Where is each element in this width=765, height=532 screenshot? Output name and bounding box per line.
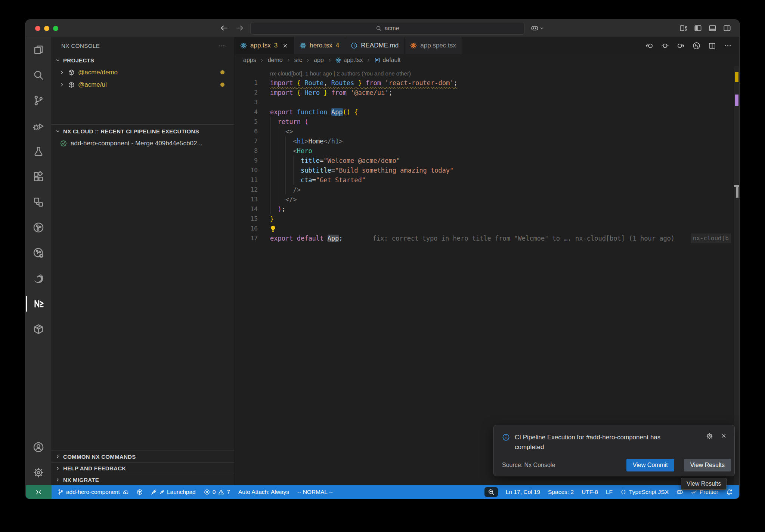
- indent-guide: [293, 156, 294, 185]
- project-item[interactable]: @acme/ui: [51, 78, 234, 91]
- notification-settings-icon[interactable]: [706, 433, 713, 452]
- sidebar-section-help-and-feedback[interactable]: HELP AND FEEDBACK: [51, 462, 234, 474]
- settings-gear-icon[interactable]: [26, 460, 51, 485]
- breadcrumb-item-app[interactable]: app: [314, 57, 324, 64]
- code-line-6[interactable]: 6 <>: [235, 127, 739, 136]
- code-line-8[interactable]: 8 <Hero: [235, 146, 739, 156]
- lightbulb-icon[interactable]: [269, 225, 277, 232]
- vim-mode-status[interactable]: -- NORMAL --: [297, 489, 333, 495]
- breadcrumb-item-demo[interactable]: demo: [268, 57, 283, 64]
- open-change-icon[interactable]: [661, 42, 669, 50]
- testing-icon[interactable]: [26, 139, 51, 164]
- language-mode-status[interactable]: TypeScript JSX: [620, 489, 669, 495]
- run-debug-icon[interactable]: [26, 113, 51, 139]
- nx-console-icon[interactable]: [26, 291, 51, 316]
- toggle-secondary-sidebar-icon[interactable]: [723, 24, 731, 32]
- line-number: 7: [235, 136, 270, 146]
- code-line-3[interactable]: 3: [235, 98, 739, 107]
- breadcrumb-item-src[interactable]: src: [294, 57, 302, 64]
- code-line-13[interactable]: 13 </>: [235, 195, 739, 204]
- sidebar-section-common-nx-commands[interactable]: COMMON NX COMMANDS: [51, 451, 234, 462]
- pipeline-list: add-hero-component - Merge 409b44e5cb02.…: [51, 137, 234, 149]
- code-line-9[interactable]: 9 title="Welcome @acme/demo": [235, 156, 739, 166]
- code-editor[interactable]: nx-cloud[bot], 1 hour ago | 2 authors (Y…: [235, 66, 739, 485]
- breadcrumb-separator: [366, 58, 371, 63]
- code-line-15[interactable]: 15}: [235, 214, 739, 224]
- command-center-search[interactable]: acme: [250, 22, 525, 35]
- branch-status[interactable]: add-hero-component: [58, 489, 128, 495]
- overview-ruler: [734, 66, 739, 485]
- gitlens-icon[interactable]: [26, 240, 51, 266]
- code-line-10[interactable]: 10 subtitle="Build something amazing tod…: [235, 166, 739, 175]
- warning-icon: [218, 489, 224, 495]
- breadcrumb-item-apps[interactable]: apps: [243, 57, 256, 64]
- projects-section-header[interactable]: PROJECTS: [51, 55, 234, 66]
- pipeline-item[interactable]: add-hero-component - Merge 409b44e5cb02.…: [51, 137, 234, 149]
- search-icon[interactable]: [26, 62, 51, 88]
- copilot-menu[interactable]: [531, 24, 544, 32]
- indentation-status[interactable]: Spaces: 2: [548, 489, 574, 495]
- commit-graph-icon[interactable]: [26, 215, 51, 240]
- line-number: 4: [235, 107, 270, 117]
- zoom-indicator[interactable]: [484, 487, 498, 497]
- project-label: @acme/ui: [78, 81, 107, 89]
- code-line-11[interactable]: 11 cta="Get Started": [235, 175, 739, 185]
- code-line-14[interactable]: 14 );: [235, 204, 739, 214]
- notification-message: CI Pipeline Execution for #add-hero-comp…: [515, 433, 684, 452]
- split-editor-icon[interactable]: [708, 42, 716, 50]
- code-line-5[interactable]: 5 return (: [235, 117, 739, 127]
- code-line-4[interactable]: 4export function App() {: [235, 107, 739, 117]
- nx-cloud-section-header[interactable]: NX CLOUD :: RECENT CI PIPELINE EXECUTION…: [51, 126, 234, 137]
- project-item[interactable]: @acme/demo: [51, 66, 234, 78]
- explorer-icon[interactable]: [26, 37, 51, 62]
- customize-layout-icon[interactable]: [679, 24, 687, 32]
- history-back-icon[interactable]: [220, 24, 228, 32]
- zoom-window-icon[interactable]: [53, 26, 58, 31]
- view-commit-button[interactable]: View Commit: [626, 459, 674, 471]
- minimize-window-icon[interactable]: [44, 26, 49, 31]
- view-results-button[interactable]: View Results: [684, 459, 731, 471]
- edge-tools-icon[interactable]: [26, 266, 51, 291]
- references-icon[interactable]: [26, 189, 51, 215]
- code-line-7[interactable]: 7 <h1>Home</h1>: [235, 136, 739, 146]
- tab-label: hero.tsx: [310, 42, 332, 49]
- accounts-icon[interactable]: [26, 434, 51, 460]
- sidebar-more-actions-icon[interactable]: [219, 43, 225, 49]
- eol-status[interactable]: LF: [606, 489, 613, 495]
- run-target-icon[interactable]: [693, 42, 700, 50]
- sidebar-section-nx-migrate[interactable]: NX MIGRATE: [51, 474, 234, 485]
- tab-readme-md[interactable]: README.md: [345, 37, 405, 54]
- toggle-panel-icon[interactable]: [709, 24, 716, 32]
- previous-change-icon[interactable]: [645, 42, 653, 50]
- code-line-2[interactable]: 2import { Hero } from '@acme/ui';: [235, 88, 739, 98]
- code-line-1[interactable]: 1import { Route, Routes } from 'react-ro…: [235, 78, 739, 88]
- breadcrumb-item-app-tsx[interactable]: app.tsx: [335, 57, 363, 64]
- notifications-bell[interactable]: [726, 489, 733, 495]
- encoding-status[interactable]: UTF-8: [582, 489, 598, 495]
- commit-graph-status[interactable]: [137, 489, 143, 495]
- cursor-position[interactable]: Ln 17, Col 19: [506, 489, 540, 495]
- next-change-icon[interactable]: [677, 42, 685, 50]
- auto-attach-status[interactable]: Auto Attach: Always: [238, 489, 289, 495]
- status-bar-left: add-hero-componentLaunchpad07Auto Attach…: [52, 489, 333, 495]
- toggle-primary-sidebar-icon[interactable]: [694, 24, 702, 32]
- close-tab-icon[interactable]: [282, 43, 288, 49]
- close-window-icon[interactable]: [35, 26, 40, 31]
- launchpad-status[interactable]: Launchpad: [151, 489, 196, 495]
- code-line-17[interactable]: 17export default App;fix: correct typo i…: [235, 233, 739, 243]
- remote-indicator[interactable]: [26, 485, 52, 499]
- more-actions-icon[interactable]: [724, 42, 732, 50]
- tab-app-spec-tsx[interactable]: app.spec.tsx: [405, 37, 462, 54]
- history-forward-icon[interactable]: [236, 24, 244, 32]
- problems-status[interactable]: 07: [204, 489, 230, 495]
- code-line-12[interactable]: 12 />: [235, 185, 739, 195]
- breadcrumb-item-default[interactable]: default: [374, 57, 400, 64]
- source-control-icon[interactable]: [26, 88, 51, 113]
- notification-close-icon[interactable]: [721, 433, 727, 452]
- tab-app-tsx[interactable]: app.tsx3: [235, 37, 294, 54]
- package-explorer-icon[interactable]: [26, 316, 51, 342]
- tab-hero-tsx[interactable]: hero.tsx4: [294, 37, 345, 54]
- code-line-16[interactable]: 16: [235, 224, 739, 233]
- brackets-icon: [620, 489, 626, 495]
- extensions-icon[interactable]: [26, 164, 51, 189]
